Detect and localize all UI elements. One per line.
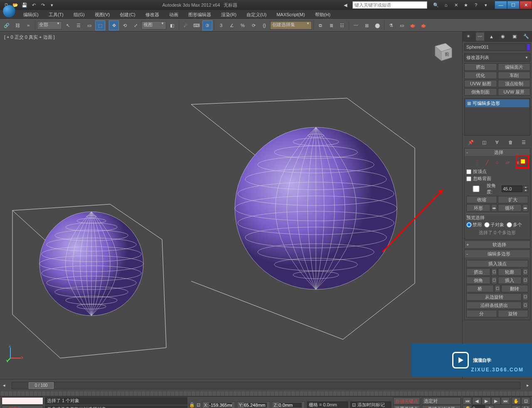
ring-button[interactable]: 环形 — [466, 204, 490, 212]
loop-spinner[interactable]: ◂▸ — [522, 204, 528, 212]
material-editor-icon[interactable]: ⬤ — [372, 20, 382, 30]
goto-start-icon[interactable]: ⏮ — [463, 397, 472, 405]
grow-button[interactable]: 扩大 — [498, 196, 529, 203]
rendered-frame-icon[interactable]: ▭ — [397, 20, 407, 30]
ring-spinner[interactable]: ◂▸ — [491, 204, 497, 212]
outline-button[interactable]: 轮廓 — [498, 268, 522, 276]
bind-spacewarp-icon[interactable]: ≈ — [23, 20, 33, 30]
menu-create[interactable]: 创建(C) — [115, 10, 140, 19]
soft-selection-header[interactable]: +软选择 — [465, 241, 530, 248]
edit-poly-header[interactable]: -编辑多边形 — [465, 250, 530, 257]
auto-key-button[interactable]: 自动关键点 — [393, 397, 420, 405]
hinge-settings[interactable]: ☐ — [522, 293, 528, 301]
key-filters-button[interactable]: ✓关键点过滤器... — [422, 405, 461, 408]
qbtn-lathe[interactable]: 车削 — [498, 72, 531, 79]
menu-animation[interactable]: 动画 — [164, 10, 183, 19]
help-icon[interactable]: ? — [472, 1, 480, 9]
close-button[interactable]: ✕ — [520, 1, 532, 9]
z-input[interactable] — [279, 403, 302, 408]
pan-icon[interactable]: ✋ — [512, 397, 521, 405]
spinner-up-icon[interactable]: ▲ — [523, 185, 528, 189]
play-icon[interactable]: ▶ — [482, 397, 491, 405]
help-dropdown-icon[interactable]: ▾ — [482, 1, 490, 9]
subscription-icon[interactable]: ⌂ — [442, 1, 450, 9]
border-subobj-icon[interactable]: ○ — [493, 158, 502, 167]
create-tab-icon[interactable]: ☀ — [464, 32, 473, 41]
polygon-subobj-icon[interactable]: ▱ — [503, 158, 512, 167]
outline-settings[interactable]: ☐ — [522, 268, 528, 276]
search-input[interactable] — [352, 1, 427, 9]
loop-button[interactable]: 循环 — [498, 204, 522, 212]
spinner-snap-icon[interactable]: ⟳ — [249, 20, 259, 30]
bevel-settings[interactable]: ☐ — [491, 277, 497, 284]
named-selection-dropdown[interactable]: 创建选择集 — [270, 21, 312, 30]
modify-tab-icon[interactable]: 〰 — [476, 32, 484, 41]
bridge-button[interactable]: 桥 — [466, 285, 494, 292]
viewcube[interactable]: 前 — [429, 40, 454, 65]
prev-frame-icon[interactable]: ◀ — [472, 397, 481, 405]
favorite-icon[interactable]: ★ — [462, 1, 470, 9]
scale-icon[interactable]: ⤢ — [131, 20, 140, 30]
goto-end-icon[interactable]: ⏭ — [501, 397, 510, 405]
qbtn-unwrap[interactable]: UVW 展开 — [498, 88, 531, 96]
snaps-toggle-icon[interactable]: ③ — [202, 20, 212, 30]
render-production-icon[interactable]: 🫖 — [419, 20, 429, 30]
undo-icon[interactable]: ↶ — [30, 1, 37, 9]
script-listener[interactable] — [2, 397, 43, 405]
extrude-spline-button[interactable]: 沿样条线挤出 — [466, 302, 522, 309]
render-setup-icon[interactable]: ⚗ — [386, 20, 396, 30]
shrink-button[interactable]: 收缩 — [466, 196, 497, 203]
menu-modifiers[interactable]: 修改器 — [140, 10, 164, 19]
menu-views[interactable]: 视图(V) — [90, 10, 115, 19]
modifier-list-dropdown[interactable]: 修改器列表 — [464, 53, 530, 62]
by-vertex-checkbox[interactable] — [466, 169, 471, 174]
pin-stack-icon[interactable]: 📌 — [467, 138, 475, 146]
angle-snap-icon[interactable]: ∠ — [227, 20, 237, 30]
stack-editable-poly[interactable]: ⊞ 可编辑多边形 — [466, 99, 529, 107]
edit-tri-button[interactable]: 分 — [466, 310, 497, 317]
viewport-label[interactable]: [ + 0 正交 0 真实 + 边面 ] — [4, 34, 55, 40]
lock-icon[interactable]: 🔒 — [189, 402, 195, 408]
x-input[interactable] — [209, 403, 232, 408]
render-icon[interactable]: 🫖 — [408, 20, 418, 30]
hinge-button[interactable]: 从边旋转 — [466, 293, 522, 301]
remove-modifier-icon[interactable]: 🗑 — [507, 138, 514, 146]
qbtn-bevelprofile[interactable]: 倒角剖面 — [464, 88, 497, 96]
mirror-icon[interactable]: ⧉ — [315, 20, 325, 30]
keyboard-shortcut-icon[interactable]: ⌨ — [192, 20, 202, 30]
align-icon[interactable]: ≣ — [326, 20, 336, 30]
maximize-viewport-icon[interactable]: ⛶ — [521, 405, 530, 408]
schematic-view-icon[interactable]: ⊞ — [362, 20, 372, 30]
qbtn-optimize[interactable]: 优化 — [464, 72, 497, 79]
selection-filter-dropdown[interactable]: 全部 — [37, 21, 62, 30]
by-angle-checkbox[interactable] — [466, 185, 486, 192]
layers-icon[interactable]: ☷ — [337, 20, 347, 30]
exchange-icon[interactable]: ✕ — [452, 1, 460, 9]
link-icon[interactable]: 🔗 — [2, 20, 12, 30]
flip-button[interactable]: 翻转 — [501, 285, 529, 292]
move-icon[interactable]: ✥ — [109, 20, 119, 30]
maximize-button[interactable]: ☐ — [507, 1, 520, 9]
menu-help[interactable]: 帮助(H) — [310, 10, 335, 19]
save-icon[interactable]: 💾 — [21, 1, 28, 9]
orbit-icon[interactable]: ⟲ — [512, 405, 521, 408]
isolate-icon[interactable]: ⊡ — [197, 402, 200, 408]
search-icon[interactable]: 🔍 — [432, 1, 440, 9]
select-icon[interactable]: ↖ — [63, 20, 73, 30]
time-config-icon[interactable]: ⏱ — [485, 405, 494, 408]
selection-lock[interactable]: 选定对 — [422, 397, 461, 405]
qat-dropdown-icon[interactable]: ▾ — [48, 1, 56, 9]
extrude-button[interactable]: 挤出 — [466, 268, 490, 276]
object-name-input[interactable] — [464, 43, 526, 51]
percent-snap-icon[interactable]: % — [238, 20, 248, 30]
snap-3d-icon[interactable]: 3 — [216, 20, 226, 30]
edit-selection-set-icon[interactable]: {} — [259, 20, 269, 30]
by-angle-input[interactable] — [502, 185, 522, 192]
infocenter-arrow-icon[interactable]: ◀ — [342, 1, 349, 9]
vertex-subobj-icon[interactable]: ⋮ — [473, 158, 482, 167]
qbtn-uvwmap[interactable]: UVW 贴图 — [464, 80, 497, 87]
preview-off-radio[interactable] — [466, 222, 472, 227]
time-tag[interactable]: ⊡添加时间标记 — [350, 401, 392, 408]
make-unique-icon[interactable]: ∀ — [493, 138, 501, 146]
select-name-icon[interactable]: ☰ — [74, 20, 84, 30]
